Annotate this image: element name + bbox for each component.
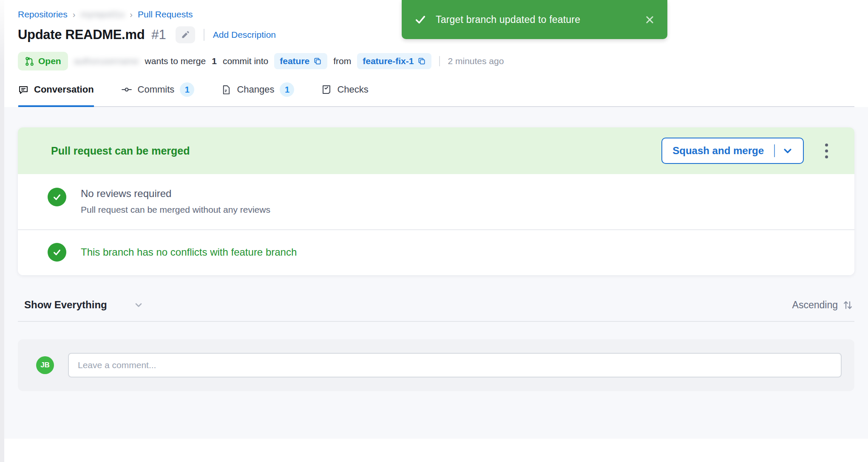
copy-icon[interactable] [313, 57, 322, 65]
close-icon[interactable] [645, 15, 655, 25]
tab-changes[interactable]: Changes 1 [221, 82, 294, 107]
merge-check-conflicts: This branch has no conflicts with featur… [18, 230, 854, 275]
chevron-down-icon[interactable] [783, 146, 793, 156]
more-options-icon[interactable] [823, 141, 831, 161]
left-edge-shadow [0, 0, 4, 462]
meta-text: from [333, 56, 351, 66]
sort-arrows-icon [842, 299, 854, 311]
merge-card-header: Pull request can be merged Squash and me… [18, 127, 854, 174]
commit-count: 1 [212, 56, 217, 66]
toast-message: Target branch updated to feature [436, 14, 580, 25]
comment-input[interactable] [68, 353, 842, 377]
commit-icon [121, 84, 132, 95]
divider [439, 56, 440, 66]
breadcrumb-pull-requests[interactable]: Pull Requests [138, 9, 193, 20]
sort-toggle[interactable]: Ascending [792, 299, 854, 311]
commits-count-badge: 1 [180, 82, 194, 97]
pr-author: authorusername [74, 56, 139, 66]
divider [18, 321, 854, 322]
avatar: JB [36, 356, 54, 374]
timeline-controls: Show Everything Ascending [18, 299, 854, 311]
copy-icon[interactable] [417, 57, 426, 65]
target-branch-label: feature [280, 56, 309, 66]
divider [204, 29, 204, 41]
merge-status-card: Pull request can be merged Squash and me… [18, 127, 854, 275]
tab-label: Conversation [34, 84, 94, 95]
filter-label: Show Everything [24, 299, 107, 311]
tab-checks[interactable]: Checks [321, 82, 368, 107]
squash-and-merge-button[interactable]: Squash and merge [661, 138, 804, 164]
pr-meta-row: Open authorusername wants to merge 1 com… [18, 52, 854, 70]
merge-check-reviews: No reviews required Pull request can be … [18, 174, 854, 230]
add-description-link[interactable]: Add Description [213, 30, 276, 40]
check-subtitle: Pull request can be merged without any r… [81, 205, 270, 215]
status-label: Open [38, 56, 61, 66]
sort-label: Ascending [792, 299, 838, 311]
check-circle-icon [48, 243, 66, 262]
pull-request-icon [25, 56, 34, 66]
target-branch-badge[interactable]: feature [274, 53, 327, 69]
divider [774, 144, 775, 157]
toast-success: Target branch updated to feature [402, 0, 667, 39]
tab-label: Commits [138, 84, 175, 95]
breadcrumb-repo-name[interactable]: myrepo01x [80, 9, 125, 20]
check-title: No reviews required [81, 188, 270, 200]
tab-bar: Conversation Commits 1 Changes 1 Checks [18, 82, 854, 107]
breadcrumb-repositories[interactable]: Repositories [18, 9, 68, 20]
pencil-icon [181, 31, 190, 39]
check-title: This branch has no conflicts with featur… [81, 246, 297, 258]
conversation-icon [18, 85, 28, 95]
tab-label: Changes [237, 84, 274, 95]
merge-actions: Squash and merge [661, 138, 831, 164]
breadcrumb-separator: › [130, 10, 133, 20]
meta-text: wants to merge [145, 56, 206, 66]
tab-commits[interactable]: Commits 1 [121, 82, 195, 107]
check-texts: No reviews required Pull request can be … [81, 188, 270, 215]
tab-label: Checks [337, 84, 368, 95]
source-branch-badge[interactable]: feature-fix-1 [357, 53, 431, 69]
edit-title-button[interactable] [176, 26, 195, 43]
changes-count-badge: 1 [280, 82, 294, 97]
chevron-down-icon [133, 300, 144, 310]
status-badge: Open [18, 52, 68, 70]
file-icon [221, 85, 231, 95]
comment-composer: JB [18, 339, 854, 391]
source-branch-label: feature-fix-1 [363, 56, 414, 66]
meta-text: commit into [223, 56, 268, 66]
merge-heading: Pull request can be merged [51, 145, 190, 157]
timestamp: 2 minutes ago [448, 56, 504, 66]
merge-button-label: Squash and merge [672, 145, 764, 157]
breadcrumb-separator: › [73, 10, 76, 20]
pr-number: #1 [151, 27, 166, 42]
check-circle-icon [48, 188, 66, 206]
conversation-panel: Pull request can be merged Squash and me… [0, 107, 868, 439]
tab-conversation[interactable]: Conversation [18, 82, 94, 107]
filter-dropdown[interactable]: Show Everything [24, 299, 144, 311]
checklist-icon [321, 85, 332, 95]
check-icon [414, 14, 426, 25]
page-title: Update README.md [18, 27, 145, 42]
